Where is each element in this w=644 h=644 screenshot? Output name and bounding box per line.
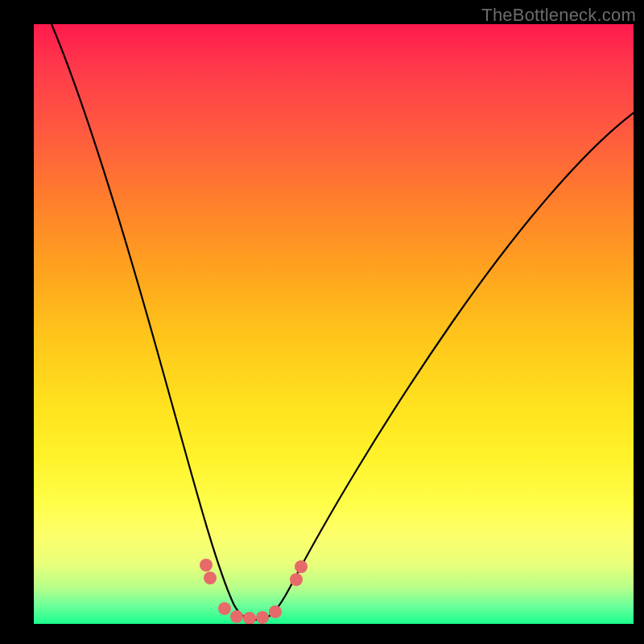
marker-dot	[230, 610, 243, 623]
bottleneck-curve	[34, 24, 634, 624]
watermark-text: TheBottleneck.com	[481, 5, 636, 26]
marker-dot	[204, 572, 217, 584]
marker-dot	[256, 611, 269, 624]
marker-dot	[200, 559, 213, 572]
marker-dot	[295, 560, 308, 573]
marker-dot	[290, 573, 303, 586]
plot-area	[34, 24, 634, 624]
marker-dot	[243, 612, 256, 624]
chart-frame: TheBottleneck.com	[0, 0, 644, 644]
marker-dot	[269, 605, 282, 618]
curve-path	[52, 24, 634, 620]
marker-dot	[218, 602, 231, 615]
